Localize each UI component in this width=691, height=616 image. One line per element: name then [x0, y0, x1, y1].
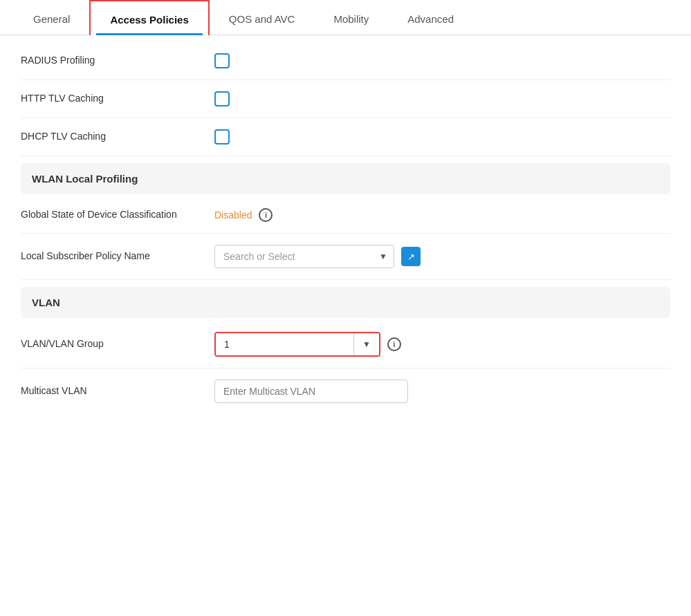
global-state-info-icon[interactable]: i: [259, 208, 273, 222]
multicast-vlan-control: [214, 380, 670, 403]
vlan-info-icon[interactable]: i: [387, 337, 401, 351]
external-link-button[interactable]: ↗: [401, 247, 421, 266]
http-tlv-label: HTTP TLV Caching: [21, 92, 214, 106]
tab-access-policies[interactable]: Access Policies: [89, 0, 209, 35]
multicast-vlan-input[interactable]: [214, 380, 408, 403]
vlan-select-wrapper: ▼: [214, 332, 380, 357]
vlan-value-input[interactable]: [216, 333, 354, 355]
multicast-vlan-label: Multicast VLAN: [21, 384, 214, 398]
http-tlv-control: [214, 91, 670, 106]
multicast-vlan-row: Multicast VLAN: [21, 368, 670, 414]
tab-general[interactable]: General: [14, 1, 89, 35]
content-area: RADIUS Profiling HTTP TLV Caching DHCP T…: [0, 35, 691, 435]
tab-bar: General Access Policies QOS and AVC Mobi…: [0, 0, 691, 35]
global-state-control: Disabled i: [214, 208, 670, 222]
radius-profiling-control: [214, 53, 670, 68]
vlan-header: VLAN: [21, 287, 670, 318]
local-subscriber-policy-label: Local Subscriber Policy Name: [21, 250, 214, 263]
global-state-row: Global State of Device Classification Di…: [21, 197, 670, 234]
local-subscriber-select-wrapper: Search or Select ▼: [214, 245, 394, 268]
wlan-local-profiling-header: WLAN Local Profiling: [21, 163, 670, 194]
global-state-value: Disabled: [214, 209, 252, 221]
tab-qos-avc[interactable]: QOS and AVC: [210, 1, 315, 35]
dhcp-tlv-row: DHCP TLV Caching: [21, 118, 670, 156]
tab-advanced[interactable]: Advanced: [388, 1, 473, 35]
dhcp-tlv-label: DHCP TLV Caching: [21, 130, 214, 144]
local-subscriber-policy-control: Search or Select ▼ ↗: [214, 245, 670, 268]
local-subscriber-policy-row: Local Subscriber Policy Name Search or S…: [21, 234, 670, 280]
http-tlv-row: HTTP TLV Caching: [21, 80, 670, 118]
http-tlv-checkbox[interactable]: [214, 91, 230, 106]
radius-profiling-label: RADIUS Profiling: [21, 54, 214, 68]
dhcp-tlv-control: [214, 129, 670, 144]
vlan-group-row: VLAN/VLAN Group ▼ i: [21, 321, 670, 368]
vlan-group-control: ▼ i: [214, 332, 670, 357]
vlan-dropdown-button[interactable]: ▼: [354, 334, 379, 355]
local-subscriber-select[interactable]: Search or Select: [214, 245, 394, 268]
radius-profiling-row: RADIUS Profiling: [21, 42, 670, 80]
dhcp-tlv-checkbox[interactable]: [214, 129, 230, 144]
radius-profiling-checkbox[interactable]: [214, 53, 230, 68]
vlan-group-label: VLAN/VLAN Group: [21, 337, 214, 351]
global-state-label: Global State of Device Classification: [21, 208, 214, 222]
tab-mobility[interactable]: Mobility: [314, 1, 388, 35]
